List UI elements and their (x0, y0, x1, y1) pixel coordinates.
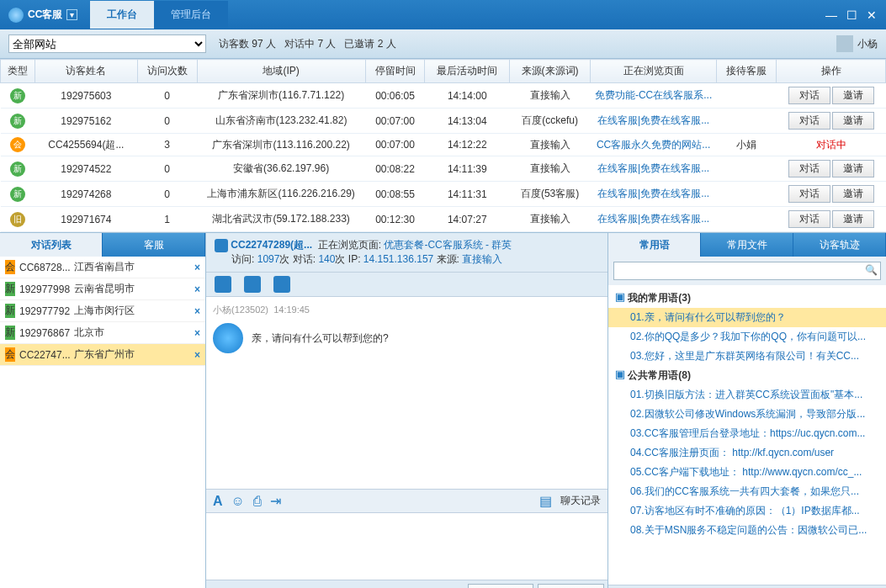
phrase-item[interactable]: 02.你的QQ是多少？我加下你的QQ，你有问题可以... (608, 327, 886, 347)
font-icon[interactable]: A (213, 494, 223, 509)
type-badge: 新 (5, 282, 15, 296)
tab-conversation-list[interactable]: 对话列表 (0, 233, 103, 257)
type-badge: 会 (10, 137, 25, 152)
send-file-icon[interactable]: ⇥ (270, 493, 281, 509)
close-conversation-icon[interactable]: × (194, 283, 200, 295)
tab-track[interactable]: 访客轨迹 (793, 233, 886, 257)
phrase-group[interactable]: 我的常用语(3) (608, 289, 886, 308)
maximize-icon[interactable]: ☐ (841, 8, 862, 22)
type-badge: 旧 (10, 212, 25, 227)
phrase-item[interactable]: 01.亲，请问有什么可以帮到您的？ (608, 308, 886, 327)
current-user[interactable]: 小杨 (836, 35, 878, 52)
site-select[interactable]: 全部网站 (8, 34, 206, 53)
phrase-item[interactable]: 06.我们的CC客服系统一共有四大套餐，如果您只... (608, 482, 886, 501)
lock-icon[interactable] (273, 276, 290, 293)
page-link[interactable]: 在线客服|免费在线客服... (591, 156, 717, 182)
col-op[interactable]: 操作 (777, 60, 886, 83)
tab-files[interactable]: 常用文件 (701, 233, 793, 257)
col-last[interactable]: 最后活动时间 (425, 60, 510, 83)
col-stay[interactable]: 停留时间 (365, 60, 425, 83)
phrase-item[interactable]: 02.因微软公司修改Windows系统漏洞，导致部分版... (608, 405, 886, 424)
close-conversation-icon[interactable]: × (194, 327, 200, 339)
col-source[interactable]: 来源(来源词) (510, 60, 591, 83)
chat-button[interactable]: 对话 (788, 210, 830, 228)
col-region[interactable]: 地域(IP) (197, 60, 365, 83)
type-badge: 新 (10, 88, 25, 103)
visitor-stats: 访客数 97 人 对话中 7 人 已邀请 2 人 (219, 37, 396, 51)
user-icon[interactable] (244, 276, 261, 293)
table-row[interactable]: 会 CC4255694(超...3 广东省深圳市(113.116.200.22)… (1, 134, 886, 156)
history-icon[interactable]: ▤ (539, 493, 552, 509)
phrase-item[interactable]: 04.CC客服注册页面： http://kf.qycn.com/user (608, 443, 886, 463)
editor-toolbar: A ☺ ⎙ ⇥ ▤ 聊天记录 (206, 489, 607, 512)
phrase-item[interactable]: 05.CC客户端下载地址： http://www.qycn.com/cc_... (608, 463, 886, 482)
phrase-item[interactable]: 03.CC客服管理后台登录地址：https://uc.qycn.com... (608, 424, 886, 443)
phrase-item[interactable]: 08.关于MSN服务不稳定问题的公告：因微软公司已... (608, 521, 886, 540)
chat-button[interactable]: 对话 (788, 160, 830, 177)
page-link[interactable]: 在线客服|免费在线客服... (591, 207, 717, 232)
page-link[interactable]: CC客服永久免费的网站... (591, 134, 717, 156)
chat-button[interactable]: 对话 (788, 87, 830, 104)
type-badge: 新 (10, 162, 25, 177)
tab-workbench[interactable]: 工作台 (90, 1, 154, 29)
app-title: CC客服 (28, 8, 62, 22)
message-text: 亲，请问有什么可以帮到您的? (252, 323, 389, 346)
table-row[interactable]: 新 1929756030 广东省深圳市(116.7.71.122)00:06:0… (1, 83, 886, 109)
list-item[interactable]: 会 CC68728...江西省南昌市 × (0, 257, 205, 278)
app-menu-icon[interactable]: ▾ (66, 9, 77, 20)
tab-phrases[interactable]: 常用语 (608, 233, 701, 257)
invite-button[interactable]: 邀请 (832, 210, 874, 228)
tab-admin[interactable]: 管理后台 (154, 1, 228, 29)
page-link[interactable]: 免费功能-CC在线客服系... (591, 83, 717, 109)
close-conversation-icon[interactable]: × (194, 305, 200, 317)
phrase-search-input[interactable] (613, 262, 881, 280)
search-icon[interactable]: 🔍 (865, 264, 878, 276)
phrase-item[interactable]: 07.访客地区有时不准确的原因：（1）IP数据库都... (608, 501, 886, 521)
emoji-icon[interactable]: ☺ (231, 494, 245, 509)
message-meta: 小杨(123502) 14:19:45 (213, 304, 601, 316)
table-row[interactable]: 新 1929745220 安徽省(36.62.197.96)00:08:22 1… (1, 156, 886, 182)
col-agent[interactable]: 接待客服 (717, 60, 777, 83)
table-row[interactable]: 旧 1929716741 湖北省武汉市(59.172.188.233)00:12… (1, 207, 886, 232)
close-conversation-icon[interactable]: × (194, 262, 200, 273)
message-editor[interactable] (206, 512, 607, 580)
right-panel: 常用语 常用文件 访客轨迹 🔍 我的常用语(3)01.亲，请问有什么可以帮到您的… (608, 233, 886, 588)
invite-button[interactable]: 邀请 (832, 185, 874, 203)
close-conversation-icon[interactable]: × (194, 349, 200, 361)
page-link[interactable]: 在线客服|免费在线客服... (591, 182, 717, 207)
chat-button[interactable]: 对话 (788, 112, 830, 130)
browsing-page-link[interactable]: 优惠套餐-CC客服系统 - 群英 (384, 239, 512, 251)
screenshot-icon[interactable]: ⎙ (253, 494, 262, 509)
type-badge: 新 (5, 326, 15, 340)
phrase-item[interactable]: 03.您好，这里是广东群英网络有限公司！有关CC... (608, 347, 886, 366)
send-button[interactable]: 发送(S) ▾ (538, 584, 604, 588)
invite-button[interactable]: 邀请 (832, 112, 874, 130)
phrase-group[interactable]: 公共常用语(8) (608, 366, 886, 385)
table-row[interactable]: 新 1929742680 上海市浦东新区(116.226.216.29)00:0… (1, 182, 886, 207)
list-item[interactable]: 新 192977998云南省昆明市 × (0, 278, 205, 300)
table-row[interactable]: 新 1929751620 山东省济南市(123.232.41.82)00:07:… (1, 109, 886, 134)
chat-toolbar (206, 273, 607, 297)
minimize-icon[interactable]: — (821, 8, 841, 22)
folder-icon[interactable] (215, 276, 231, 293)
app-logo-icon (8, 8, 24, 23)
tab-agents[interactable]: 客服 (103, 233, 205, 257)
chat-header: CC22747289(超... 正在浏览页面: 优惠套餐-CC客服系统 - 群英… (206, 233, 607, 273)
invite-button[interactable]: 邀请 (832, 160, 874, 177)
list-item[interactable]: 会 CC22747...广东省广州市 × (0, 344, 205, 366)
close-icon[interactable]: ✕ (862, 8, 882, 22)
col-page[interactable]: 正在浏览页面 (591, 60, 717, 83)
col-type[interactable]: 类型 (1, 60, 35, 83)
invite-button[interactable]: 邀请 (832, 87, 874, 104)
toolbar: 全部网站 访客数 97 人 对话中 7 人 已邀请 2 人 小杨 (0, 29, 886, 59)
end-chat-button[interactable]: 结束对话 (468, 584, 533, 588)
phrase-item[interactable]: 01.切换旧版方法：进入群英CC系统设置面板"基本... (608, 385, 886, 405)
col-visits[interactable]: 访问次数 (137, 60, 197, 83)
chat-button[interactable]: 对话 (788, 185, 830, 203)
page-link[interactable]: 在线客服|免费在线客服... (591, 109, 717, 134)
col-name[interactable]: 访客姓名 (34, 60, 137, 83)
chat-messages: 小杨(123502) 14:19:45 亲，请问有什么可以帮到您的? (206, 297, 607, 489)
list-item[interactable]: 新 192977792上海市闵行区 × (0, 300, 205, 322)
list-item[interactable]: 新 192976867北京市 × (0, 322, 205, 344)
chat-history-link[interactable]: 聊天记录 (560, 494, 601, 508)
